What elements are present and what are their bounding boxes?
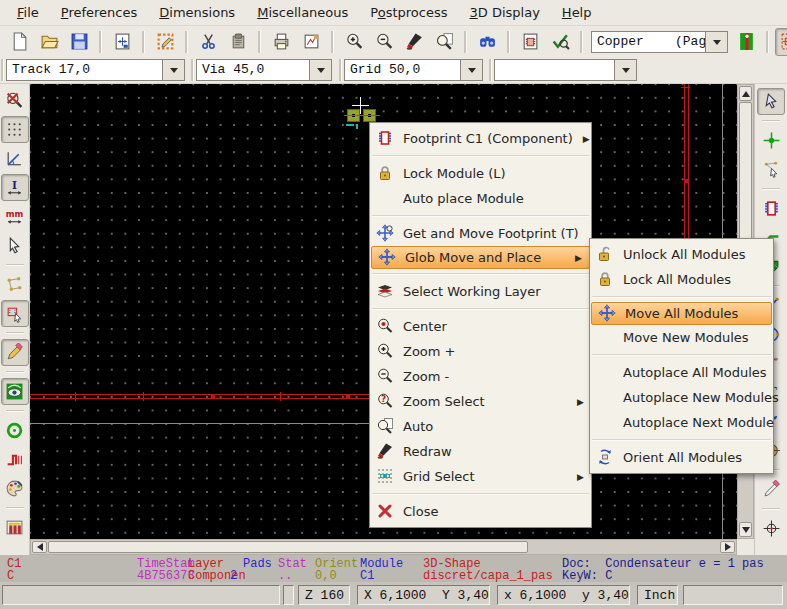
open-board-button[interactable]	[35, 28, 63, 56]
drc-off-button[interactable]	[1, 87, 29, 114]
add-module-button[interactable]	[757, 195, 785, 222]
delete-items-button[interactable]	[757, 476, 785, 503]
toolbar-separator	[762, 508, 780, 510]
redraw-icon	[405, 32, 424, 51]
offset-origin-icon	[762, 519, 781, 538]
chevron-down-icon[interactable]	[615, 59, 637, 81]
menu-item-zoom-[interactable]: Zoom -	[370, 364, 591, 389]
chevron-down-icon[interactable]	[706, 31, 728, 53]
print-button[interactable]	[267, 28, 295, 56]
show-zones-button[interactable]	[1, 378, 29, 405]
chevron-down-icon[interactable]	[461, 59, 483, 81]
offset-origin-button[interactable]	[757, 515, 785, 542]
zoom-out-button[interactable]	[370, 28, 398, 56]
page-settings-button[interactable]	[108, 28, 136, 56]
chevron-down-icon[interactable]	[163, 59, 185, 81]
scroll-left-button[interactable]	[32, 541, 47, 553]
main-toolbar: Copper (Page	[0, 26, 787, 57]
menu-item-get-and-move-footprint-t-[interactable]: Get and Move Footprint (T)	[370, 221, 591, 246]
track-display-button[interactable]	[1, 446, 29, 473]
menu-item-lock-module-l-[interactable]: Lock Module (L)	[370, 161, 591, 186]
menu-item-auto[interactable]: Auto	[370, 414, 591, 439]
netlist-button[interactable]	[516, 28, 544, 56]
chevron-down-icon[interactable]	[310, 59, 332, 81]
via-display-button[interactable]	[1, 417, 29, 444]
zoom-level-combo[interactable]	[494, 59, 637, 81]
redraw-button[interactable]	[400, 28, 428, 56]
palette-button[interactable]	[1, 475, 29, 502]
scroll-right-button[interactable]	[720, 541, 735, 553]
zoom-in-button[interactable]	[340, 28, 368, 56]
layer-select-combo-value: Copper (Page	[591, 31, 706, 53]
ratsnest-button[interactable]	[1, 271, 29, 298]
zoom-fit-button[interactable]	[430, 28, 458, 56]
pcbnew-window: FilePreferencesDimensionsMiscellaneousPo…	[0, 0, 787, 609]
aux-toolbar: Track 17,0Via 45,0Grid 50,0	[0, 57, 787, 84]
menu-item-zoom-select[interactable]: ?Zoom Select▶	[370, 389, 591, 414]
layers-manager-button[interactable]	[1, 514, 29, 541]
save-board-button[interactable]	[65, 28, 93, 56]
module-ratsnest-button[interactable]	[1, 300, 29, 327]
grid-toggle-button[interactable]	[1, 116, 29, 143]
submenu-arrow-icon: ▶	[577, 472, 584, 482]
menubar-item-file[interactable]: File	[6, 1, 50, 24]
highlight-net-button[interactable]	[757, 127, 785, 154]
via-size-combo[interactable]: Via 45,0	[196, 59, 332, 81]
units-inch-button[interactable]: I	[1, 174, 29, 201]
menubar-item-dimensions[interactable]: Dimensions	[148, 1, 246, 24]
menu-item-move-all-modules[interactable]: Move All Modules	[591, 302, 772, 325]
menu-item-autoplace-new-modules[interactable]: Autoplace New Modules	[590, 385, 773, 410]
menu-item-select-working-layer[interactable]: Select Working Layer	[370, 279, 591, 304]
menu-item-label: Move All Modules	[625, 306, 764, 321]
menu-item-autoplace-all-modules[interactable]: Autoplace All Modules	[590, 360, 773, 385]
cursor-shape-button[interactable]	[1, 232, 29, 259]
menu-item-glob-move-and-place[interactable]: Glob Move and Place▶	[371, 246, 590, 269]
menu-item-redraw[interactable]: Redraw	[370, 439, 591, 464]
cut-button[interactable]	[194, 28, 222, 56]
menu-item-zoom-[interactable]: Zoom +	[370, 339, 591, 364]
zoom-out-icon	[376, 367, 396, 386]
status-bar: Z 160X 6,1000 Y 3,4000x 6,1000 y 3,4000I…	[0, 582, 787, 609]
layer-pair-indicator[interactable]	[732, 28, 760, 56]
menubar-item-postprocess[interactable]: Postprocess	[359, 1, 458, 24]
scroll-down-button[interactable]	[739, 522, 752, 537]
grid-size-combo[interactable]: Grid 50,0	[344, 59, 483, 81]
auto-delete-track-button[interactable]	[1, 339, 29, 366]
menu-item-autoplace-next-module[interactable]: Autoplace Next Module	[590, 410, 773, 435]
new-board-button[interactable]	[5, 28, 33, 56]
menu-item-center[interactable]: Center	[370, 314, 591, 339]
sheet-settings-icon	[113, 32, 132, 51]
menu-item-grid-select[interactable]: Grid Select▶	[370, 464, 591, 489]
layer-select-combo[interactable]: Copper (Page	[591, 31, 728, 53]
menubar-item-help[interactable]: Help	[551, 1, 603, 24]
horizontal-scrollbar[interactable]	[30, 539, 737, 555]
menu-separator	[592, 354, 771, 356]
local-ratsnest-button[interactable]	[757, 156, 785, 183]
module-mode-button[interactable]	[775, 28, 787, 56]
units-mm-button[interactable]: mm	[1, 203, 29, 230]
menubar-item-preferences[interactable]: Preferences	[50, 1, 148, 24]
drc-button[interactable]	[546, 28, 574, 56]
status-field-blank-narrow	[283, 585, 294, 605]
menu-item-auto-place-module[interactable]: Auto place Module	[370, 186, 591, 211]
menu-item-unlock-all-modules[interactable]: Unlock All Modules	[590, 242, 773, 267]
center-icon	[376, 317, 396, 336]
find-button[interactable]	[473, 28, 501, 56]
menu-item-orient-all-modules[interactable]: Orient All Modules	[590, 445, 773, 470]
grid-size-combo-value: Grid 50,0	[344, 59, 461, 81]
horizontal-scroll-thumb[interactable]	[48, 541, 528, 553]
plot-button[interactable]	[297, 28, 325, 56]
menu-item-footprint-c1-component-[interactable]: Footprint C1 (Component)▶	[370, 126, 591, 151]
zoom-out-icon	[375, 32, 394, 51]
paste-button[interactable]	[224, 28, 252, 56]
menubar-item-3d-display[interactable]: 3D Display	[459, 1, 551, 24]
track-width-combo[interactable]: Track 17,0	[6, 59, 185, 81]
polar-coords-button[interactable]	[1, 145, 29, 172]
menu-item-move-new-modules[interactable]: Move New Modules	[590, 325, 773, 350]
pointer-tool-button[interactable]	[757, 88, 785, 115]
module-editor-button[interactable]	[151, 28, 179, 56]
scroll-up-button[interactable]	[739, 86, 752, 101]
menubar-item-miscellaneous[interactable]: Miscellaneous	[246, 1, 359, 24]
menu-item-close[interactable]: Close	[370, 499, 591, 524]
menu-item-lock-all-modules[interactable]: Lock All Modules	[590, 267, 773, 292]
